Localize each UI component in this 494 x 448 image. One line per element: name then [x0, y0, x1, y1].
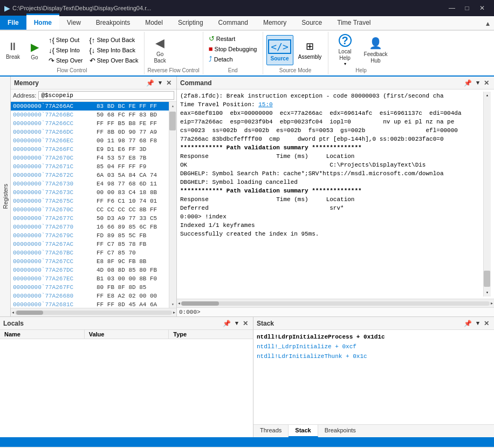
- memory-row[interactable]: 00000000`77A2677C50 D3 A9 77 33 C5: [11, 214, 169, 223]
- detach-button[interactable]: ⤴ Detach: [207, 54, 235, 64]
- memory-row[interactable]: 00000000`77A266BC50 68 FC FF 83 BD: [11, 111, 169, 119]
- time-travel-link[interactable]: 15:0: [258, 101, 272, 108]
- memory-row[interactable]: 00000000`77A26680FF E8 A2 02 00 00: [11, 292, 169, 300]
- local-help-button[interactable]: ? LocalHelp ▾: [332, 35, 359, 65]
- memory-row[interactable]: 00000000`77A2670CCC CC CC CC 8B FF: [11, 205, 169, 214]
- command-panel-dropdown[interactable]: ▾: [475, 79, 481, 86]
- command-line: cs=0023 ss=002b ds=002b es=002b fs=0053 …: [180, 126, 483, 135]
- step-into-back-button[interactable]: {↓ Step Into Back: [87, 46, 141, 55]
- hscroll-left[interactable]: ◂: [12, 310, 14, 315]
- tab-breakpoints[interactable]: Breakpoints: [318, 425, 362, 437]
- go-button[interactable]: ▶ Go: [25, 37, 44, 63]
- step-over-back-button[interactable]: ↶ Step Over Back: [87, 56, 141, 65]
- restart-button[interactable]: ↺ Restart: [207, 34, 237, 43]
- main-area: Registers Memory 📌 ▾ ✕ Address: 00000000…: [0, 77, 494, 437]
- go-label: Go: [31, 54, 38, 60]
- stack-item[interactable]: ntdll!LdrInitializeThunk + 0x1c: [257, 351, 491, 361]
- minimize-btn[interactable]: —: [444, 1, 459, 16]
- tab-threads[interactable]: Threads: [253, 425, 289, 437]
- memory-panel-dropdown[interactable]: ▾: [157, 79, 163, 86]
- tab-stack[interactable]: Stack: [289, 425, 318, 437]
- tab-home[interactable]: Home: [26, 13, 59, 30]
- command-content[interactable]: (2fa8.1fdc): Break instruction exception…: [177, 89, 494, 299]
- memory-row[interactable]: 00000000`77A2677016 66 89 85 6C FB: [11, 223, 169, 231]
- registers-label[interactable]: Registers: [1, 182, 10, 211]
- tab-command[interactable]: Command: [211, 13, 256, 30]
- memory-row[interactable]: 00000000`77A267DC4D 08 8D 85 80 FB: [11, 266, 169, 274]
- assembly-button[interactable]: ⊞ Assembly: [296, 35, 325, 65]
- stack-item[interactable]: ntdll!LdrpInitializeProcess + 0x1d1c: [257, 332, 491, 342]
- locals-content[interactable]: [0, 339, 253, 437]
- memory-row[interactable]: 00000000`77A266DCFF 8B 0D 90 77 A9: [11, 128, 169, 136]
- tab-source[interactable]: Source: [294, 13, 330, 30]
- break-label: Break: [6, 54, 20, 60]
- cmd-input[interactable]: [203, 309, 492, 315]
- memory-row[interactable]: 00000000`77A2670CF4 53 57 E8 7B: [11, 154, 169, 162]
- cmd-scroll-up[interactable]: ▴: [484, 92, 491, 99]
- locals-panel: Locals 📌 ▾ ✕ Name Value Type: [0, 317, 253, 437]
- memory-row[interactable]: 00000000`77A26730E4 98 77 68 6D 11: [11, 180, 169, 188]
- tab-breakpoints[interactable]: Breakpoints: [88, 13, 138, 30]
- command-hscroll[interactable]: ◂ ▸: [177, 299, 494, 307]
- stack-tabs-bar: Threads Stack Breakpoints: [253, 424, 494, 437]
- command-panel-pin[interactable]: 📌: [462, 79, 474, 87]
- stack-panel-close[interactable]: ✕: [482, 319, 491, 328]
- memory-row[interactable]: 00000000`77A266CCFF FF B5 B8 FE FF: [11, 119, 169, 128]
- step-out-button[interactable]: ↑{ Step Out: [46, 36, 85, 45]
- command-vscroll[interactable]: ▴ ▾: [483, 92, 491, 297]
- memory-vscroll[interactable]: ▴ ▾: [169, 102, 176, 308]
- break-button[interactable]: ⏸ Break: [3, 37, 23, 63]
- memory-row[interactable]: 00000000`77A2681CFF FF 8D 45 A4 6A: [11, 300, 169, 308]
- stack-item[interactable]: ntdll!_LdrpInitialize + 0xcf: [257, 342, 491, 351]
- locals-panel-dropdown[interactable]: ▾: [234, 320, 240, 327]
- tab-file[interactable]: File: [0, 16, 26, 30]
- maximize-btn[interactable]: □: [459, 1, 475, 16]
- stack-panel-dropdown[interactable]: ▾: [475, 320, 481, 327]
- ribbon-content: ⏸ Break ▶ Go ↑{ Step Out ↓{ Step Into: [0, 30, 494, 77]
- memory-row[interactable]: 00000000`77A266AC83 BD BC FE FF FF: [11, 102, 169, 111]
- memory-content[interactable]: 00000000`77A266AC83 BD BC FE FF FF000000…: [11, 102, 176, 308]
- memory-panel-pin[interactable]: 📌: [145, 79, 156, 87]
- memory-row[interactable]: 00000000`77A2672C6A 03 5A 84 CA 74: [11, 171, 169, 180]
- memory-hscroll[interactable]: ◂ ▸: [11, 308, 176, 316]
- memory-panel-close[interactable]: ✕: [164, 79, 173, 87]
- source-button[interactable]: </> Source: [266, 35, 293, 65]
- address-input[interactable]: [38, 91, 174, 100]
- ribbon-tabs-bar: File Home View Breakpoints Model Scripti…: [0, 16, 494, 30]
- stack-content[interactable]: ntdll!LdrpInitializeProcess + 0x1d1cntdl…: [253, 330, 494, 424]
- command-panel-close[interactable]: ✕: [482, 79, 491, 87]
- locals-panel-pin[interactable]: 📌: [221, 319, 232, 328]
- tab-time-travel[interactable]: Time Travel: [330, 13, 378, 30]
- tab-model[interactable]: Model: [138, 13, 170, 30]
- memory-row[interactable]: 00000000`77A2679CFD 89 85 5C FB: [11, 231, 169, 240]
- feedback-hub-button[interactable]: 👤 Feedback Hub: [361, 35, 391, 65]
- memory-row[interactable]: 00000000`77A267CCE8 8F 9C FB 8B: [11, 257, 169, 266]
- command-line: eax=68ef8100 ebx=00000000 ecx=77a266ac e…: [180, 109, 483, 118]
- cmd-scroll-down[interactable]: ▾: [484, 289, 491, 297]
- memory-row[interactable]: 00000000`77A2673C00 00 83 C4 18 8B: [11, 188, 169, 197]
- locals-panel-close[interactable]: ✕: [241, 319, 250, 328]
- scroll-down-btn[interactable]: ▾: [169, 300, 176, 308]
- ribbon-collapse-chevron[interactable]: ▴: [482, 17, 494, 30]
- step-into-button[interactable]: ↓{ Step Into: [46, 46, 85, 55]
- stack-panel-pin[interactable]: 📌: [462, 319, 474, 328]
- memory-row[interactable]: 00000000`77A267FC80 FB 8F 8D 85: [11, 283, 169, 292]
- memory-row[interactable]: 00000000`77A267ECB1 03 00 00 8B F0: [11, 274, 169, 283]
- memory-row[interactable]: 00000000`77A267ACFF C7 85 78 FB: [11, 240, 169, 249]
- memory-row[interactable]: 00000000`77A266FCE9 D1 E6 FF 3D: [11, 145, 169, 154]
- tab-scripting[interactable]: Scripting: [170, 13, 211, 30]
- step-over-button[interactable]: ↷ Step Over: [46, 56, 85, 65]
- memory-row[interactable]: 00000000`77A2675CFF F6 C1 10 74 01: [11, 197, 169, 205]
- command-line: eip=77a266ac esp=0023f9b4 ebp=0023fc04 i…: [180, 118, 483, 126]
- memory-row[interactable]: 00000000`77A2671C85 04 FF FF F9: [11, 162, 169, 171]
- go-back-button[interactable]: ◀ GoBack: [148, 34, 173, 66]
- tab-memory[interactable]: Memory: [256, 13, 294, 30]
- step-out-back-button[interactable]: {↑ Step Out Back: [87, 36, 141, 45]
- stop-debugging-button[interactable]: ■ Stop Debugging: [207, 44, 259, 53]
- hscroll-right[interactable]: ▸: [173, 310, 175, 315]
- scroll-up-btn[interactable]: ▴: [169, 102, 176, 109]
- tab-view[interactable]: View: [59, 13, 88, 30]
- memory-row[interactable]: 00000000`77A267BCFF C7 85 70: [11, 249, 169, 257]
- memory-row[interactable]: 00000000`77A266EC00 11 98 77 68 F8: [11, 136, 169, 145]
- close-btn[interactable]: ✕: [475, 1, 490, 16]
